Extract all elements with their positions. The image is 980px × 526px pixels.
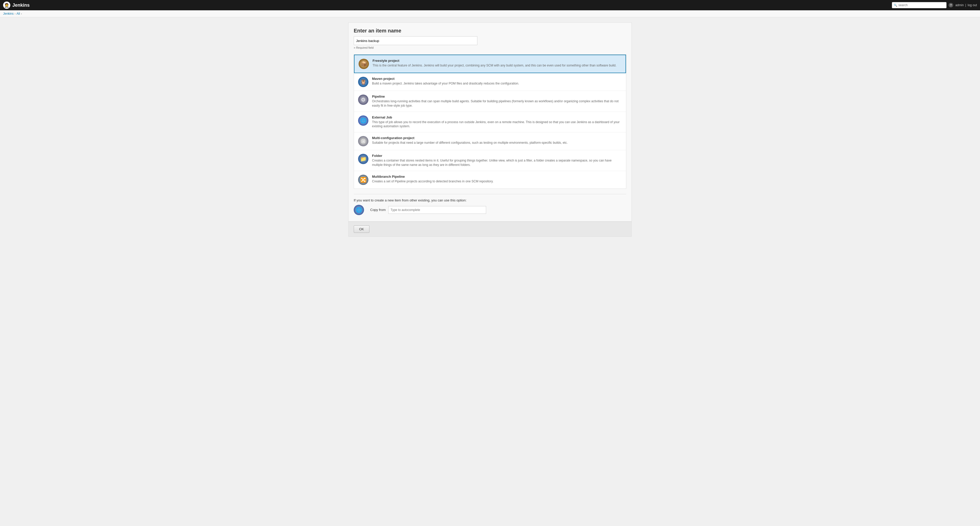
required-field-text: » Required field <box>354 46 626 49</box>
item-name-input[interactable] <box>354 36 477 45</box>
copy-from-row: 🌐 Copy from <box>354 205 626 215</box>
search-icon: 🔍 <box>894 3 897 7</box>
project-type-desc-multi-configuration: Suitable for projects that need a large … <box>372 141 622 145</box>
project-type-content-external-job: External JobThis type of job allows you … <box>372 115 622 129</box>
project-type-name-multibranch-pipeline: Multibranch Pipeline <box>372 175 622 178</box>
project-type-item-pipeline[interactable]: ⚙PipelineOrchestrates long-running activ… <box>354 91 626 112</box>
help-icon[interactable]: ? <box>948 3 953 8</box>
breadcrumb-all[interactable]: All <box>16 12 20 16</box>
bottom-section: OK <box>348 221 632 237</box>
project-type-name-pipeline: Pipeline <box>372 95 622 99</box>
project-type-icon-folder: 📁 <box>358 154 368 164</box>
breadcrumb-jenkins[interactable]: Jenkins <box>3 12 14 16</box>
header: 🤵 Jenkins 🔍 ? admin | log out <box>0 0 980 10</box>
user-info: admin | log out <box>955 3 977 7</box>
project-type-content-multi-configuration: Multi-configuration projectSuitable for … <box>372 136 622 145</box>
breadcrumb-sep-1: › <box>15 13 16 15</box>
item-name-title: Enter an item name <box>354 28 626 34</box>
breadcrumb: Jenkins › All › <box>0 10 980 17</box>
header-right: 🔍 ? admin | log out <box>892 2 977 8</box>
project-type-desc-freestyle: This is the central feature of Jenkins. … <box>372 64 621 68</box>
project-type-name-multi-configuration: Multi-configuration project <box>372 136 622 140</box>
project-type-content-folder: FolderCreates a container that stores ne… <box>372 154 622 167</box>
project-type-desc-multibranch-pipeline: Creates a set of Pipeline projects accor… <box>372 179 622 184</box>
project-type-icon-external-job: 🌐 <box>358 115 368 126</box>
project-type-content-pipeline: PipelineOrchestrates long-running activi… <box>372 95 622 108</box>
project-type-name-folder: Folder <box>372 154 622 157</box>
copy-section: If you want to create a new item from ot… <box>354 194 626 216</box>
project-type-icon-multibranch-pipeline: 🔀 <box>358 175 368 185</box>
main-content: Enter an item name » Required field 📦Fre… <box>0 17 980 242</box>
copy-from-label: Copy from <box>370 208 386 212</box>
search-container: 🔍 <box>892 2 947 8</box>
project-type-item-maven[interactable]: 🦉Maven projectBuild a maven project. Jen… <box>354 73 626 91</box>
project-type-item-freestyle[interactable]: 📦Freestyle projectThis is the central fe… <box>354 55 626 73</box>
project-type-icon-multi-configuration: ⊞ <box>358 136 368 146</box>
project-type-name-freestyle: Freestyle project <box>372 59 621 63</box>
project-type-desc-pipeline: Orchestrates long-running activities tha… <box>372 99 622 108</box>
jenkins-logo-icon: 🤵 <box>3 2 10 9</box>
project-type-desc-external-job: This type of job allows you to record th… <box>372 120 622 129</box>
project-type-item-external-job[interactable]: 🌐External JobThis type of job allows you… <box>354 112 626 133</box>
project-type-item-multibranch-pipeline[interactable]: 🔀Multibranch PipelineCreates a set of Pi… <box>354 171 626 189</box>
project-type-item-folder[interactable]: 📁FolderCreates a container that stores n… <box>354 150 626 171</box>
form-container: Enter an item name » Required field 📦Fre… <box>348 22 632 221</box>
search-input[interactable] <box>898 3 945 7</box>
project-type-item-multi-configuration[interactable]: ⊞Multi-configuration projectSuitable for… <box>354 132 626 150</box>
project-type-content-multibranch-pipeline: Multibranch PipelineCreates a set of Pip… <box>372 175 622 184</box>
project-type-name-maven: Maven project <box>372 77 622 81</box>
project-type-name-external-job: External Job <box>372 115 622 119</box>
header-logo: 🤵 Jenkins <box>3 2 30 9</box>
project-type-icon-freestyle: 📦 <box>359 59 369 69</box>
copy-section-intro: If you want to create a new item from ot… <box>354 199 626 202</box>
copy-from-input[interactable] <box>388 206 486 214</box>
ok-button[interactable]: OK <box>354 226 369 233</box>
project-type-content-maven: Maven projectBuild a maven project. Jenk… <box>372 77 622 86</box>
project-type-icon-pipeline: ⚙ <box>358 95 368 105</box>
copy-from-icon: 🌐 <box>354 205 364 215</box>
project-type-icon-maven: 🦉 <box>358 77 368 87</box>
logout-link[interactable]: log out <box>967 3 977 7</box>
project-types-list: 📦Freestyle projectThis is the central fe… <box>354 54 626 189</box>
project-type-desc-folder: Creates a container that stores nested i… <box>372 159 622 167</box>
pipe-separator: | <box>965 3 966 7</box>
breadcrumb-sep-2: › <box>21 13 22 15</box>
project-type-content-freestyle: Freestyle projectThis is the central fea… <box>372 59 621 68</box>
app-title: Jenkins <box>13 3 30 8</box>
project-type-desc-maven: Build a maven project. Jenkins takes adv… <box>372 81 622 86</box>
item-name-section: Enter an item name » Required field <box>354 28 626 49</box>
username-label: admin <box>955 3 964 7</box>
